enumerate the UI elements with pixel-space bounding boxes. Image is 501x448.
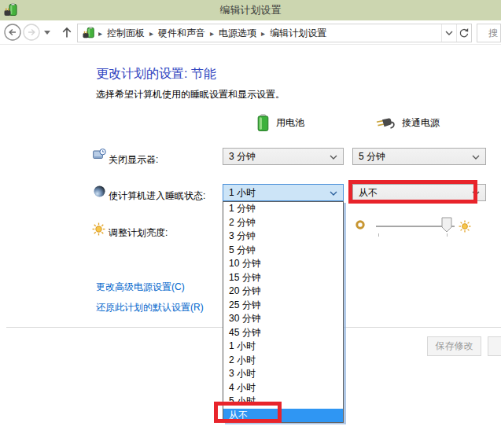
breadcrumb-item[interactable]: 编辑计划设置 xyxy=(265,27,331,40)
dropdown-option[interactable]: 3 小时 xyxy=(223,367,343,381)
plug-icon xyxy=(374,117,396,130)
breadcrumb-item[interactable]: 控制面板 xyxy=(102,27,149,40)
dropdown-option[interactable]: 45 分钟 xyxy=(223,326,343,340)
on-battery-label: 用电池 xyxy=(276,116,304,130)
page-subtitle: 选择希望计算机使用的睡眠设置和显示设置。 xyxy=(96,88,285,101)
forward-button[interactable] xyxy=(23,24,40,41)
up-button[interactable] xyxy=(58,24,76,41)
dropdown-option[interactable]: 3 分钟 xyxy=(223,230,343,244)
plugged-in-header: 接通电源 xyxy=(374,116,440,130)
sleep-on-battery-combobox[interactable]: 1 小时 xyxy=(223,184,344,201)
address-bar[interactable]: ▸控制面板▸硬件和声音▸电源选项▸编辑计划设置 xyxy=(77,24,472,42)
turn-off-display-label: 关闭显示器: xyxy=(109,153,158,167)
dropdown-option[interactable]: 20 分钟 xyxy=(223,285,343,299)
cut-off-button[interactable] xyxy=(488,336,501,356)
bright-sun-icon xyxy=(459,220,471,233)
dropdown-option[interactable]: 1 小时 xyxy=(223,340,343,354)
battery-icon xyxy=(256,114,270,131)
dropdown-option[interactable]: 2 小时 xyxy=(223,354,343,368)
breadcrumb: ▸控制面板▸硬件和声音▸电源选项▸编辑计划设置 xyxy=(98,27,441,40)
brightness-label: 调整计划亮度: xyxy=(109,226,168,240)
display-plugged-in-combobox[interactable]: 5 分钟 xyxy=(352,148,486,165)
dropdown-option[interactable]: 25 分钟 xyxy=(223,299,343,313)
dim-sun-icon xyxy=(355,220,365,230)
address-dropdown-button[interactable] xyxy=(441,24,456,42)
up-icon xyxy=(61,26,73,39)
slider-tick xyxy=(447,233,448,237)
dropdown-option[interactable]: 30 分钟 xyxy=(223,312,343,326)
dropdown-option[interactable]: 10 分钟 xyxy=(223,257,343,271)
dropdown-option[interactable]: 2 分钟 xyxy=(223,216,343,230)
sleep-dropdown-list: 1 分钟2 分钟3 分钟5 分钟10 分钟15 分钟20 分钟25 分钟30 分… xyxy=(223,201,344,423)
annotation-box-never-option xyxy=(214,402,282,423)
moon-icon xyxy=(94,185,105,197)
forward-icon xyxy=(23,24,40,41)
advanced-power-settings-link[interactable]: 更改高级电源设置(C) xyxy=(96,281,185,294)
dropdown-option[interactable]: 5 分钟 xyxy=(223,244,343,258)
brightness-slider-thumb[interactable] xyxy=(441,217,452,233)
display-plugged-in-value: 5 分钟 xyxy=(359,150,385,163)
sun-icon xyxy=(92,222,105,236)
plugged-in-label: 接通电源 xyxy=(402,116,440,130)
chevron-down-icon xyxy=(330,155,337,160)
history-caret-icon[interactable] xyxy=(44,31,50,35)
display-on-battery-combobox[interactable]: 3 分钟 xyxy=(223,148,344,165)
window-title: 编辑计划设置 xyxy=(0,3,501,17)
annotation-box-never-combobox xyxy=(348,180,477,204)
breadcrumb-item[interactable]: 硬件和声音 xyxy=(153,27,210,40)
titlebar: 编辑计划设置 xyxy=(0,0,501,20)
page-title: 更改计划的设置: 节能 xyxy=(96,66,216,83)
display-on-battery-value: 3 分钟 xyxy=(229,150,256,163)
refresh-button[interactable] xyxy=(456,24,471,42)
chevron-down-icon xyxy=(330,191,337,196)
navbar: ▸控制面板▸硬件和声音▸电源选项▸编辑计划设置 搜 xyxy=(0,20,501,45)
save-changes-button[interactable]: 保存修改 xyxy=(427,336,481,356)
search-placeholder: 搜 xyxy=(488,27,498,40)
breadcrumb-item[interactable]: 电源选项 xyxy=(214,27,261,40)
chevron-down-icon xyxy=(472,155,480,160)
chevron-down-icon xyxy=(445,31,453,35)
save-changes-label: 保存修改 xyxy=(436,340,473,353)
display-clock-icon xyxy=(93,149,106,161)
sleep-label: 使计算机进入睡眠状态: xyxy=(109,189,205,203)
power-plan-icon xyxy=(83,27,95,39)
restore-defaults-link[interactable]: 还原此计划的默认设置(R) xyxy=(96,301,204,314)
power-plan-icon xyxy=(4,3,18,17)
back-icon xyxy=(4,24,21,41)
edit-plan-settings-window: 编辑计划设置 xyxy=(0,0,501,448)
slider-tick xyxy=(378,233,379,237)
sleep-on-battery-value: 1 小时 xyxy=(229,186,256,200)
on-battery-header: 用电池 xyxy=(256,114,304,131)
dropdown-option[interactable]: 15 分钟 xyxy=(223,271,343,285)
dropdown-option[interactable]: 4 小时 xyxy=(223,381,343,395)
refresh-icon xyxy=(459,28,470,39)
dropdown-option[interactable]: 1 分钟 xyxy=(223,202,343,216)
back-button[interactable] xyxy=(4,24,21,41)
search-input[interactable]: 搜 xyxy=(477,24,501,42)
